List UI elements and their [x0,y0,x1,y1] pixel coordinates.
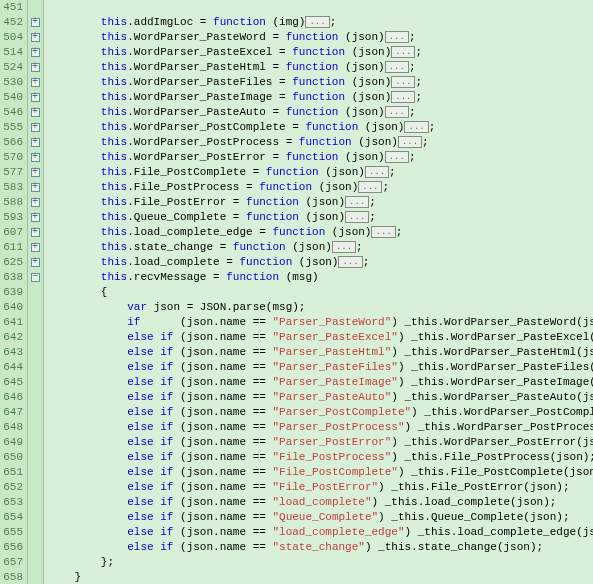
code-line[interactable]: this.WordParser_PasteImage = function (j… [48,90,593,105]
code-line[interactable]: this.state_change = function (json)...; [48,240,593,255]
fold-slot [28,15,43,30]
expand-icon[interactable] [31,213,40,222]
expand-icon[interactable] [31,48,40,57]
collapsed-region[interactable]: ... [338,256,362,268]
code-line[interactable]: else if (json.name == "load_complete") _… [48,495,593,510]
line-number: 643 [0,345,23,360]
expand-icon[interactable] [31,243,40,252]
code-area[interactable]: this.addImgLoc = function (img)...; this… [44,0,593,584]
collapsed-region[interactable]: ... [371,226,395,238]
fold-slot [28,360,43,375]
code-line[interactable]: else if (json.name == "Parser_PasteExcel… [48,330,593,345]
line-number: 607 [0,225,23,240]
code-line[interactable]: else if (json.name == "load_complete_edg… [48,525,593,540]
collapsed-region[interactable]: ... [365,166,389,178]
line-number: 652 [0,480,23,495]
code-line[interactable]: this.WordParser_PasteHtml = function (js… [48,60,593,75]
code-line[interactable]: this.recvMessage = function (msg) [48,270,593,285]
collapsed-region[interactable]: ... [332,241,356,253]
code-line[interactable]: else if (json.name == "Parser_PostError"… [48,435,593,450]
line-number: 625 [0,255,23,270]
line-number: 504 [0,30,23,45]
code-line[interactable]: }; [48,555,593,570]
collapsed-region[interactable]: ... [345,196,369,208]
code-line[interactable]: else if (json.name == "Parser_PasteAuto"… [48,390,593,405]
fold-slot [28,345,43,360]
collapsed-region[interactable]: ... [398,136,422,148]
collapsed-region[interactable]: ... [385,31,409,43]
collapsed-region[interactable]: ... [358,181,382,193]
line-number: 658 [0,570,23,584]
code-line[interactable]: var json = JSON.parse(msg); [48,300,593,315]
code-line[interactable]: else if (json.name == "state_change") _t… [48,540,593,555]
collapsed-region[interactable]: ... [391,76,415,88]
collapsed-region[interactable]: ... [345,211,369,223]
code-line[interactable]: this.WordParser_PasteWord = function (js… [48,30,593,45]
code-line[interactable]: this.addImgLoc = function (img)...; [48,15,593,30]
code-line[interactable]: this.Queue_Complete = function (json)...… [48,210,593,225]
code-line[interactable]: this.File_PostProcess = function (json).… [48,180,593,195]
fold-slot [28,375,43,390]
code-line[interactable]: this.WordParser_PasteExcel = function (j… [48,45,593,60]
fold-slot [28,135,43,150]
collapsed-region[interactable]: ... [391,91,415,103]
code-line[interactable]: else if (json.name == "File_PostError") … [48,480,593,495]
fold-slot [28,195,43,210]
code-line[interactable]: this.WordParser_PostComplete = function … [48,120,593,135]
expand-icon[interactable] [31,93,40,102]
code-line[interactable]: { [48,285,593,300]
expand-icon[interactable] [31,168,40,177]
collapse-icon[interactable] [31,273,40,282]
code-line[interactable]: this.load_complete_edge = function (json… [48,225,593,240]
code-line[interactable]: else if (json.name == "File_PostProcess"… [48,450,593,465]
fold-slot [28,405,43,420]
code-line[interactable]: this.File_PostError = function (json)...… [48,195,593,210]
expand-icon[interactable] [31,198,40,207]
collapsed-region[interactable]: ... [385,61,409,73]
collapsed-region[interactable]: ... [404,121,428,133]
code-line[interactable]: this.File_PostComplete = function (json)… [48,165,593,180]
line-number: 583 [0,180,23,195]
code-line[interactable]: this.WordParser_PostProcess = function (… [48,135,593,150]
code-line[interactable]: else if (json.name == "Parser_PasteFiles… [48,360,593,375]
code-line[interactable] [48,0,593,15]
collapsed-region[interactable]: ... [385,151,409,163]
expand-icon[interactable] [31,108,40,117]
expand-icon[interactable] [31,228,40,237]
code-line[interactable]: } [48,570,593,584]
code-line[interactable]: this.WordParser_PasteAuto = function (js… [48,105,593,120]
code-line[interactable]: else if (json.name == "File_PostComplete… [48,465,593,480]
line-number: 570 [0,150,23,165]
code-line[interactable]: else if (json.name == "Parser_PostComple… [48,405,593,420]
code-line[interactable]: else if (json.name == "Parser_PasteHtml"… [48,345,593,360]
expand-icon[interactable] [31,183,40,192]
expand-icon[interactable] [31,78,40,87]
line-number: 639 [0,285,23,300]
line-number: 514 [0,45,23,60]
code-line[interactable]: this.WordParser_PasteFiles = function (j… [48,75,593,90]
expand-icon[interactable] [31,63,40,72]
code-line[interactable]: else if (json.name == "Parser_PasteImage… [48,375,593,390]
code-line[interactable]: this.load_complete = function (json)...; [48,255,593,270]
collapsed-region[interactable]: ... [385,106,409,118]
line-number: 555 [0,120,23,135]
expand-icon[interactable] [31,123,40,132]
expand-icon[interactable] [31,33,40,42]
fold-slot [28,180,43,195]
code-line[interactable]: else if (json.name == "Parser_PostProces… [48,420,593,435]
code-editor[interactable]: 4514525045145245305405465555665705775835… [0,0,593,584]
expand-icon[interactable] [31,18,40,27]
collapsed-region[interactable]: ... [391,46,415,58]
expand-icon[interactable] [31,138,40,147]
expand-icon[interactable] [31,258,40,267]
collapsed-region[interactable]: ... [305,16,329,28]
code-line[interactable]: this.WordParser_PostError = function (js… [48,150,593,165]
fold-slot [28,450,43,465]
expand-icon[interactable] [31,153,40,162]
code-line[interactable]: else if (json.name == "Queue_Complete") … [48,510,593,525]
code-line[interactable]: if (json.name == "Parser_PasteWord") _th… [48,315,593,330]
line-number: 655 [0,525,23,540]
fold-slot [28,390,43,405]
fold-slot [28,0,43,15]
fold-slot [28,60,43,75]
